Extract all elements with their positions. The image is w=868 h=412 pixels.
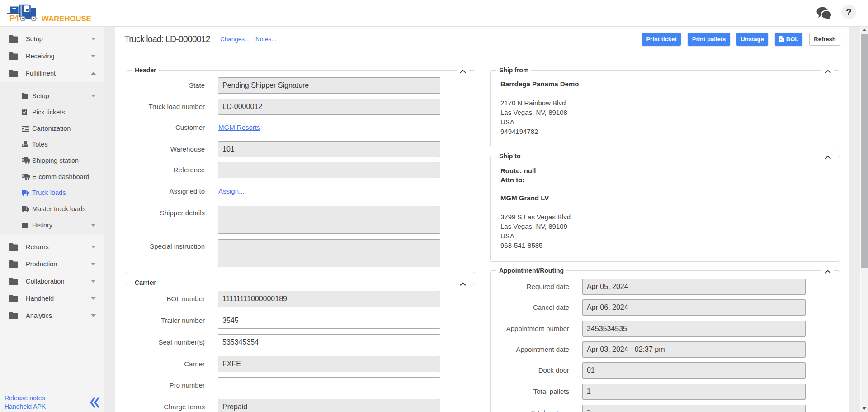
svg-text:P4: P4 (9, 14, 19, 23)
svg-text:WAREHOUSE: WAREHOUSE (42, 14, 91, 23)
